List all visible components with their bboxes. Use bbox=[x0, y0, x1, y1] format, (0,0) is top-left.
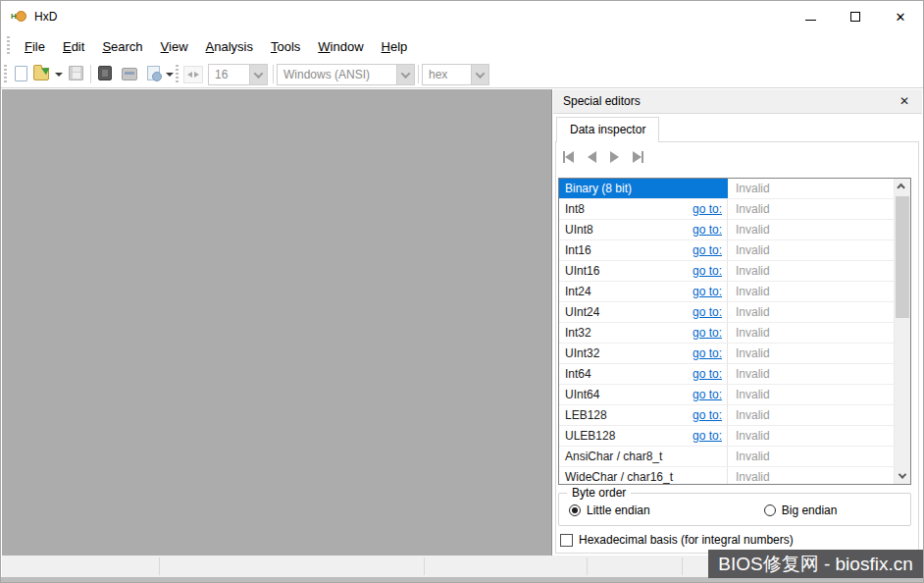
editor-workspace bbox=[2, 89, 552, 556]
goto-link[interactable]: go to: bbox=[693, 285, 722, 298]
row-value[interactable]: Invalid bbox=[728, 282, 894, 301]
inspector-row[interactable]: LEB128go to: Invalid bbox=[559, 405, 894, 426]
combo-drop-button[interactable] bbox=[249, 65, 267, 84]
statusbar-divider bbox=[587, 557, 588, 575]
combo-drop-button[interactable] bbox=[396, 65, 414, 84]
open-disk-image-button[interactable] bbox=[146, 66, 162, 81]
inspector-row[interactable]: Int16go to: Invalid bbox=[559, 240, 894, 261]
bytes-per-row-combo[interactable]: 16 bbox=[208, 64, 268, 85]
inspector-nav bbox=[563, 150, 643, 164]
row-value[interactable]: Invalid bbox=[728, 199, 894, 219]
inspector-row[interactable]: ULEB128go to: Invalid bbox=[559, 426, 894, 447]
inspector-row[interactable]: UInt16go to: Invalid bbox=[559, 261, 894, 282]
scroll-up-icon bbox=[897, 183, 904, 190]
encoding-combo[interactable]: Windows (ANSI) bbox=[277, 64, 415, 85]
goto-link[interactable]: go to: bbox=[693, 202, 722, 216]
inspector-row[interactable]: UInt8go to: Invalid bbox=[559, 220, 894, 240]
inspector-scrollbar[interactable] bbox=[894, 179, 910, 484]
hex-basis-option[interactable]: Hexadecimal basis (for integral numbers) bbox=[560, 533, 794, 547]
row-value[interactable]: Invalid bbox=[728, 344, 894, 363]
menu-search[interactable]: Search bbox=[93, 35, 151, 58]
tab-data-inspector[interactable]: Data inspector bbox=[556, 117, 659, 142]
inspector-row[interactable]: UInt32go to: Invalid bbox=[559, 344, 894, 364]
toolbar-grip-handle[interactable] bbox=[4, 65, 7, 84]
save-button[interactable] bbox=[69, 66, 84, 81]
goto-link[interactable]: go to: bbox=[693, 367, 722, 381]
row-value[interactable]: Invalid bbox=[728, 364, 894, 384]
menu-analysis[interactable]: Analysis bbox=[197, 35, 262, 58]
offset-base-combo[interactable]: hex bbox=[422, 64, 489, 85]
open-dropdown-caret-icon[interactable] bbox=[55, 73, 63, 77]
nav-first-button[interactable] bbox=[563, 151, 574, 163]
row-type-label: Int64 bbox=[565, 367, 591, 381]
row-value[interactable]: Invalid bbox=[728, 220, 894, 239]
inspector-row[interactable]: Binary (8 bit) Invalid bbox=[559, 179, 894, 199]
row-value[interactable]: Invalid bbox=[728, 323, 894, 343]
maximize-button[interactable] bbox=[833, 1, 878, 32]
goto-link[interactable]: go to: bbox=[693, 305, 722, 319]
inspector-row[interactable]: Int64go to: Invalid bbox=[559, 364, 894, 385]
disk-image-dropdown-caret-icon[interactable] bbox=[166, 73, 174, 77]
open-ram-button[interactable] bbox=[97, 66, 113, 81]
goto-link[interactable]: go to: bbox=[693, 326, 722, 340]
bytes-per-row-value: 16 bbox=[209, 65, 249, 84]
menu-edit[interactable]: Edit bbox=[54, 35, 93, 58]
scrollbar-thumb[interactable] bbox=[896, 196, 909, 318]
row-value[interactable]: Invalid bbox=[728, 240, 894, 260]
minimize-button[interactable] bbox=[788, 1, 833, 32]
row-value[interactable]: Invalid bbox=[728, 467, 894, 484]
nav-first-icon bbox=[565, 151, 574, 163]
hxd-logo-icon: Hx bbox=[11, 9, 26, 25]
open-file-button[interactable] bbox=[33, 66, 49, 81]
row-value[interactable]: Invalid bbox=[728, 385, 894, 404]
menu-file[interactable]: File bbox=[16, 35, 54, 58]
disk-image-icon bbox=[147, 66, 160, 80]
row-value[interactable]: Invalid bbox=[728, 261, 894, 281]
close-button[interactable]: ✕ bbox=[878, 1, 923, 32]
radio-big-endian[interactable]: Big endian bbox=[764, 504, 838, 517]
nav-next-button[interactable] bbox=[610, 151, 619, 163]
open-disk-button[interactable] bbox=[122, 66, 137, 81]
row-value[interactable]: Invalid bbox=[728, 179, 894, 198]
row-value[interactable]: Invalid bbox=[728, 405, 894, 425]
goto-link[interactable]: go to: bbox=[693, 264, 722, 278]
menu-window[interactable]: Window bbox=[309, 35, 372, 58]
menu-view[interactable]: View bbox=[152, 35, 197, 58]
nav-last-button[interactable] bbox=[633, 151, 643, 163]
row-type-label: WideChar / char16_t bbox=[565, 470, 673, 484]
inspector-row[interactable]: UInt24go to: Invalid bbox=[559, 302, 894, 323]
goto-link[interactable]: go to: bbox=[693, 388, 722, 401]
scroll-up-button[interactable] bbox=[895, 179, 910, 195]
menu-help[interactable]: Help bbox=[373, 35, 417, 58]
toolbar-separator bbox=[273, 65, 274, 83]
nav-previous-button[interactable] bbox=[588, 151, 596, 163]
inspector-row[interactable]: UInt64go to: Invalid bbox=[559, 385, 894, 405]
inspector-row[interactable]: WideChar / char16_t Invalid bbox=[559, 467, 894, 484]
inspector-row[interactable]: Int24go to: Invalid bbox=[559, 282, 894, 302]
goto-link[interactable]: go to: bbox=[693, 223, 722, 237]
row-type-label: Int8 bbox=[565, 202, 585, 216]
inspector-row[interactable]: Int8go to: Invalid bbox=[559, 199, 894, 220]
menubar-grip-handle[interactable] bbox=[7, 36, 10, 56]
row-type-label: LEB128 bbox=[565, 408, 607, 422]
row-value[interactable]: Invalid bbox=[728, 447, 894, 466]
row-value[interactable]: Invalid bbox=[728, 302, 894, 322]
inspector-rows: Binary (8 bit) Invalid Int8go to: Invali… bbox=[559, 179, 894, 484]
new-file-button[interactable] bbox=[13, 66, 28, 81]
bytes-per-row-button[interactable] bbox=[183, 66, 203, 81]
menu-tools[interactable]: Tools bbox=[262, 35, 309, 58]
inspector-row[interactable]: AnsiChar / char8_t Invalid bbox=[559, 447, 894, 467]
radio-little-endian[interactable]: Little endian bbox=[569, 504, 650, 517]
combo-drop-button[interactable] bbox=[471, 65, 488, 84]
goto-link[interactable]: go to: bbox=[693, 408, 722, 422]
new-file-icon bbox=[15, 66, 27, 81]
goto-link[interactable]: go to: bbox=[693, 243, 722, 257]
goto-link[interactable]: go to: bbox=[693, 346, 722, 360]
scroll-down-button[interactable] bbox=[895, 467, 910, 484]
save-icon bbox=[69, 66, 83, 80]
toolbar-grip-handle[interactable] bbox=[176, 65, 179, 84]
panel-close-button[interactable]: ✕ bbox=[895, 93, 914, 110]
inspector-row[interactable]: Int32go to: Invalid bbox=[559, 323, 894, 344]
row-value[interactable]: Invalid bbox=[728, 426, 894, 446]
goto-link[interactable]: go to: bbox=[693, 429, 722, 443]
